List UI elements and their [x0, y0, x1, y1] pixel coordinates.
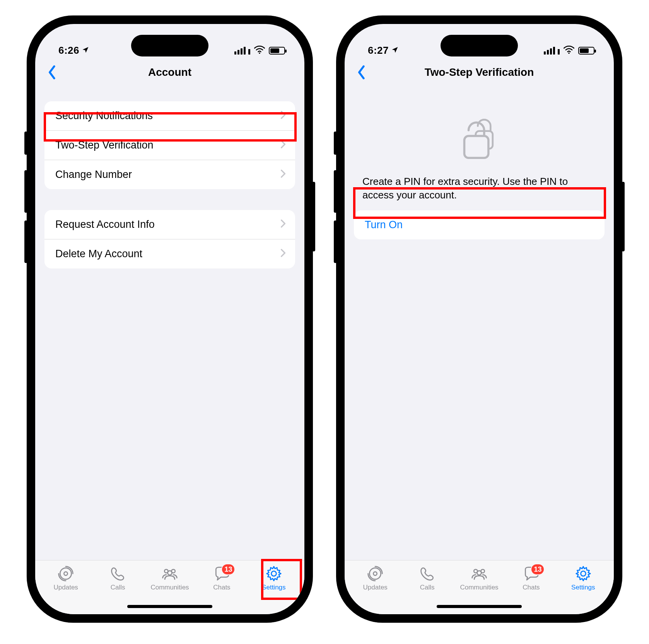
- home-indicator[interactable]: [127, 605, 212, 608]
- svg-point-1: [60, 568, 72, 579]
- tab-label: Communities: [460, 584, 498, 591]
- screen-left: 6:26: [35, 24, 304, 614]
- tab-label: Communities: [150, 584, 189, 591]
- tab-settings[interactable]: Settings: [248, 564, 300, 603]
- row-label: Delete My Account: [55, 248, 142, 260]
- chats-icon: 13: [213, 565, 231, 582]
- turn-on-group: Turn On: [354, 210, 605, 239]
- account-group-1: Security Notifications Two-Step Verifica…: [44, 101, 295, 189]
- tab-settings[interactable]: Settings: [557, 564, 609, 603]
- svg-point-10: [370, 568, 381, 579]
- settings-icon: [574, 565, 592, 582]
- tab-label: Settings: [571, 584, 595, 591]
- row-security-notifications[interactable]: Security Notifications: [44, 101, 295, 130]
- row-two-step-verification[interactable]: Two-Step Verification: [44, 130, 295, 160]
- svg-point-15: [581, 571, 586, 576]
- tab-communities[interactable]: Communities: [144, 564, 196, 603]
- tab-label: Updates: [54, 584, 78, 591]
- row-label: Two-Step Verification: [55, 139, 154, 151]
- location-icon: [82, 44, 89, 56]
- page-title: Account: [148, 66, 191, 79]
- tab-calls[interactable]: Calls: [92, 564, 143, 603]
- svg-rect-9: [465, 136, 488, 158]
- svg-point-7: [568, 53, 570, 54]
- battery-icon: [269, 47, 285, 55]
- row-label: Change Number: [55, 169, 132, 181]
- tab-chats[interactable]: 13 Chats: [196, 564, 248, 603]
- stage: 6:26: [0, 0, 649, 644]
- tab-label: Updates: [363, 584, 388, 591]
- svg-point-0: [259, 53, 260, 54]
- home-indicator[interactable]: [437, 605, 522, 608]
- tab-updates[interactable]: Updates: [349, 564, 401, 603]
- chats-badge: 13: [221, 564, 235, 575]
- hero: [345, 97, 614, 163]
- page-title: Two-Step Verification: [425, 66, 534, 79]
- description-text: Create a PIN for extra security. Use the…: [359, 175, 600, 207]
- settings-icon: [265, 565, 283, 582]
- battery-icon: [578, 47, 594, 55]
- account-group-2: Request Account Info Delete My Account: [44, 210, 295, 268]
- row-change-number[interactable]: Change Number: [44, 160, 295, 189]
- chevron-right-icon: [280, 110, 286, 122]
- chevron-right-icon: [280, 169, 286, 181]
- updates-icon: [366, 565, 384, 582]
- row-request-account-info[interactable]: Request Account Info: [44, 210, 295, 239]
- row-label: Request Account Info: [55, 219, 155, 231]
- svg-point-11: [374, 572, 377, 575]
- chevron-right-icon: [280, 219, 286, 231]
- signal-icon: [544, 47, 560, 55]
- turn-on-button[interactable]: Turn On: [354, 210, 605, 239]
- tab-communities[interactable]: Communities: [453, 564, 505, 603]
- chevron-right-icon: [280, 248, 286, 260]
- calls-icon: [109, 565, 127, 582]
- tab-label: Calls: [420, 584, 435, 591]
- signal-icon: [234, 47, 250, 55]
- svg-point-6: [271, 571, 276, 576]
- row-label: Security Notifications: [55, 110, 153, 122]
- dynamic-island: [131, 35, 208, 56]
- content-left: Security Notifications Two-Step Verifica…: [35, 86, 304, 560]
- status-time: 6:26: [58, 44, 79, 56]
- back-button[interactable]: [354, 65, 369, 80]
- calls-icon: [418, 565, 436, 582]
- lock-icon: [360, 113, 598, 163]
- nav-bar: Two-Step Verification: [345, 59, 614, 86]
- row-delete-my-account[interactable]: Delete My Account: [44, 239, 295, 268]
- chats-icon: 13: [522, 565, 540, 582]
- chats-badge: 13: [531, 564, 545, 575]
- turn-on-label: Turn On: [365, 219, 403, 231]
- tab-label: Chats: [213, 584, 230, 591]
- content-right: Create a PIN for extra security. Use the…: [345, 86, 614, 560]
- svg-point-5: [168, 571, 172, 575]
- dynamic-island: [441, 35, 518, 56]
- communities-icon: [161, 565, 179, 582]
- svg-point-14: [477, 571, 482, 575]
- tab-label: Settings: [262, 584, 285, 591]
- tab-updates[interactable]: Updates: [40, 564, 92, 603]
- back-button[interactable]: [44, 65, 60, 80]
- wifi-icon: [564, 44, 574, 56]
- svg-point-2: [64, 572, 68, 575]
- tab-label: Calls: [111, 584, 125, 591]
- nav-bar: Account: [35, 59, 304, 86]
- location-icon: [391, 44, 399, 56]
- communities-icon: [470, 565, 488, 582]
- chevron-right-icon: [280, 139, 286, 151]
- tab-calls[interactable]: Calls: [401, 564, 453, 603]
- wifi-icon: [254, 44, 265, 56]
- phone-left: 6:26: [27, 15, 313, 623]
- screen-right: 6:27: [345, 24, 614, 614]
- updates-icon: [57, 565, 75, 582]
- phone-right: 6:27: [336, 15, 622, 623]
- status-time: 6:27: [368, 44, 389, 56]
- tab-chats[interactable]: 13 Chats: [505, 564, 557, 603]
- tab-label: Chats: [523, 584, 540, 591]
